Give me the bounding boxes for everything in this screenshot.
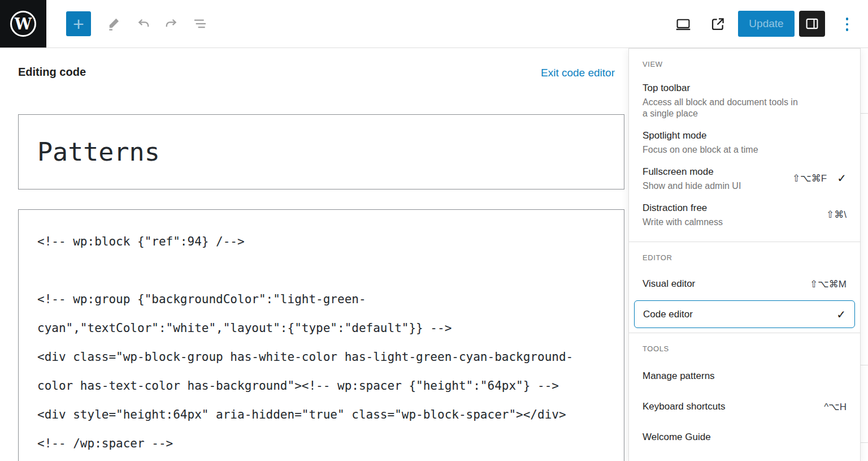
menu-item-label: Welcome Guide <box>643 430 711 445</box>
menu-group-view: VIEWTop toolbarAccess all block and docu… <box>629 49 860 242</box>
menu-item-visual-editor[interactable]: Visual editor⇧⌥⌘M <box>629 270 860 298</box>
code-line: cyan","textColor":"white","layout":{"typ… <box>37 314 624 343</box>
menu-item-label: Code editor <box>643 307 693 322</box>
menu-group-tools: TOOLSManage patternsKeyboard shortcuts^⌥… <box>629 333 860 461</box>
wordpress-logo-icon: W <box>10 11 36 37</box>
menu-item-text: Fullscreen modeShow and hide admin UI <box>643 165 741 192</box>
undo-button[interactable] <box>132 14 154 35</box>
menu-item-text: Keyboard shortcuts <box>643 399 725 414</box>
menu-item-meta: ^⌥H <box>824 401 847 413</box>
settings-panel-toggle[interactable] <box>799 11 825 37</box>
menu-item-top-toolbar[interactable]: Top toolbarAccess all block and document… <box>629 76 860 124</box>
editing-code-heading: Editing code <box>18 66 86 79</box>
menu-item-spotlight-mode[interactable]: Spotlight modeFocus on one block at a ti… <box>629 124 860 160</box>
code-line: color has-text-color has-background"><!-… <box>37 372 624 400</box>
update-button[interactable]: Update <box>738 11 795 37</box>
menu-item-keyboard-shortcuts[interactable]: Keyboard shortcuts^⌥H <box>629 391 860 422</box>
code-line: <div style="height:64px" aria-hidden="tr… <box>37 400 624 429</box>
menu-item-help: Access all block and document tools in a… <box>643 97 804 119</box>
keyboard-shortcut: ⇧⌘\ <box>826 209 847 221</box>
menu-item-label: Visual editor <box>643 277 695 291</box>
menu-section-label: TOOLS <box>629 342 860 361</box>
menu-section-label: EDITOR <box>629 251 860 270</box>
code-line <box>37 256 624 285</box>
menu-item-meta: ✓ <box>836 309 846 320</box>
behind-panel-divider <box>861 365 868 365</box>
options-menu-button[interactable] <box>840 14 854 35</box>
check-icon: ✓ <box>837 173 847 184</box>
menu-item-label: Fullscreen mode <box>643 165 741 179</box>
menu-item-manage-patterns[interactable]: Manage patterns <box>629 361 860 391</box>
code-line: <!-- wp:block {"ref":94} /--> <box>37 227 624 256</box>
menu-item-meta: ⇧⌥⌘M <box>810 278 847 290</box>
menu-item-fullscreen-mode[interactable]: Fullscreen modeShow and hide admin UI⇧⌥⌘… <box>629 160 860 196</box>
menu-group-editor: EDITORVisual editor⇧⌥⌘MCode editor✓ <box>629 242 860 333</box>
menu-item-help: Show and hide admin UI <box>643 180 741 192</box>
exit-code-editor-link[interactable]: Exit code editor <box>541 67 615 79</box>
menu-item-meta: ⇧⌘\ <box>826 209 847 221</box>
options-menu: VIEWTop toolbarAccess all block and docu… <box>628 48 861 461</box>
view-post-button[interactable] <box>707 14 728 35</box>
menu-item-label: Spotlight mode <box>643 128 758 143</box>
external-link-icon <box>709 15 727 33</box>
menu-item-text: Manage patterns <box>643 369 715 384</box>
editor-toolbar: W + <box>0 0 868 48</box>
sidebar-icon <box>804 15 821 32</box>
menu-item-help: Focus on one block at a time <box>643 144 758 156</box>
block-inserter-button[interactable]: + <box>66 11 91 36</box>
preview-button[interactable] <box>672 14 694 35</box>
menu-item-label: Keyboard shortcuts <box>643 399 725 414</box>
menu-item-text: Distraction freeWrite with calmness <box>643 201 723 228</box>
code-line: <div class="wp-block-group has-white-col… <box>37 343 624 372</box>
menu-item-text: Welcome Guide <box>643 430 711 445</box>
menu-item-text: Visual editor <box>643 277 695 291</box>
check-icon: ✓ <box>836 309 846 320</box>
behind-panel-divider <box>861 113 868 114</box>
menu-item-label: Manage patterns <box>643 369 715 384</box>
keyboard-shortcut: ⇧⌥⌘M <box>810 278 847 290</box>
post-title-field[interactable]: Patterns <box>18 114 624 189</box>
menu-item-label: Top toolbar <box>643 81 804 96</box>
menu-section-label: VIEW <box>629 58 860 76</box>
menu-item-text: Code editor <box>643 307 693 322</box>
menu-item-text: Spotlight modeFocus on one block at a ti… <box>643 128 758 156</box>
keyboard-shortcut: ⇧⌥⌘F <box>792 173 827 184</box>
menu-item-meta: ⇧⌥⌘F✓ <box>792 173 847 184</box>
code-editor-textarea[interactable]: <!-- wp:block {"ref":94} /--> <!-- wp:gr… <box>18 209 624 461</box>
redo-button[interactable] <box>161 14 183 35</box>
tools-button[interactable] <box>103 14 125 35</box>
pencil-icon <box>105 15 123 33</box>
keyboard-shortcut: ^⌥H <box>824 401 847 413</box>
wordpress-menu-tile[interactable]: W <box>0 0 46 48</box>
list-view-icon <box>191 15 209 33</box>
plus-icon: + <box>73 13 84 35</box>
menu-item-help: Write with calmness <box>643 217 723 228</box>
menu-item-distraction-free[interactable]: Distraction freeWrite with calmness⇧⌘\ <box>629 196 860 232</box>
menu-item-text: Top toolbarAccess all block and document… <box>643 81 804 119</box>
code-line: <!-- /wp:spacer --> <box>37 429 624 458</box>
menu-item-code-editor[interactable]: Code editor✓ <box>634 300 855 328</box>
menu-item-label: Distraction free <box>643 201 723 216</box>
list-view-button[interactable] <box>189 14 211 35</box>
behind-panel-divider <box>861 442 868 443</box>
undo-icon <box>134 15 152 33</box>
laptop-icon <box>674 15 692 33</box>
code-line: <!-- wp:group {"backgroundColor":"light-… <box>37 285 624 314</box>
kebab-icon <box>846 18 849 20</box>
menu-item-welcome-guide[interactable]: Welcome Guide <box>629 422 860 453</box>
redo-icon <box>163 15 181 33</box>
post-title-text: Patterns <box>37 137 160 167</box>
